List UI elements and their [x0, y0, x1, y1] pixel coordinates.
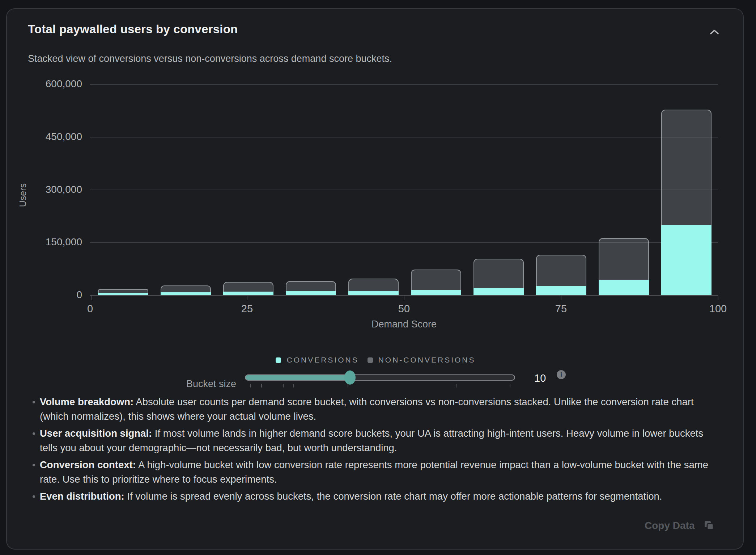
x-tick-mark: [561, 296, 561, 300]
gridline: [90, 84, 718, 85]
legend-item[interactable]: CONVERSIONS: [276, 356, 358, 364]
y-tick-label: 150,000: [21, 236, 82, 248]
insight-text: Even distribution: If volume is spread e…: [40, 489, 662, 504]
insight-text: User acquisition signal: If most volume …: [40, 426, 712, 455]
x-tick-label: 25: [225, 303, 269, 315]
x-tick-label: 50: [382, 303, 426, 315]
bullet-dot: [33, 464, 35, 466]
bar-segment-non-conversions[interactable]: [223, 282, 273, 292]
bar-segment-conversions[interactable]: [473, 288, 524, 295]
slider-tick: [293, 384, 294, 387]
x-tick-label: 75: [539, 303, 583, 315]
x-tick-label: 100: [696, 303, 740, 315]
bar-segment-conversions[interactable]: [348, 291, 399, 295]
slider-fill: [246, 375, 348, 380]
insights-list: Volume breakdown: Absolute user counts p…: [28, 395, 712, 506]
bar-segment-non-conversions[interactable]: [599, 238, 649, 280]
y-tick-label: 0: [21, 289, 82, 301]
bar-segment-non-conversions[interactable]: [411, 270, 461, 290]
bullet-dot: [33, 432, 35, 435]
bar-segment-conversions[interactable]: [286, 291, 336, 295]
bar-segment-conversions[interactable]: [98, 293, 148, 295]
chart-legend: CONVERSIONSNON-CONVERSIONS: [7, 356, 744, 364]
slider-tick: [250, 384, 251, 387]
bar-segment-non-conversions[interactable]: [536, 255, 586, 286]
stacked-bar-chart: 0150,000300,000450,000600,0000255075100U…: [7, 9, 744, 342]
insight-item: Conversion context: A high-volume bucket…: [28, 458, 712, 487]
bar-segment-non-conversions[interactable]: [98, 289, 148, 293]
bullet-dot: [33, 495, 35, 498]
chart-card: Total paywalled users by conversion Stac…: [6, 8, 744, 550]
x-tick-mark: [247, 296, 247, 300]
legend-label: NON-CONVERSIONS: [378, 356, 476, 364]
insight-text: Volume breakdown: Absolute user counts p…: [40, 395, 712, 424]
bar-segment-conversions[interactable]: [223, 292, 273, 295]
bullet-dot: [33, 401, 35, 403]
bar-segment-conversions[interactable]: [536, 286, 586, 295]
slider-tick: [348, 384, 348, 387]
y-tick-label: 600,000: [21, 78, 82, 90]
x-tick-mark: [718, 296, 718, 300]
legend-label: CONVERSIONS: [286, 356, 358, 364]
legend-item[interactable]: NON-CONVERSIONS: [368, 356, 476, 364]
bar-segment-non-conversions[interactable]: [161, 285, 211, 292]
bar-segment-conversions[interactable]: [661, 225, 712, 295]
bucket-size-value: 10: [534, 372, 556, 384]
bar-segment-conversions[interactable]: [161, 292, 211, 295]
gridline: [90, 137, 718, 137]
y-tick-label: 300,000: [21, 184, 82, 195]
y-axis-title: Users: [18, 183, 28, 207]
bar-segment-conversions[interactable]: [411, 290, 461, 295]
bar-segment-non-conversions[interactable]: [286, 281, 336, 291]
bar-segment-non-conversions[interactable]: [473, 259, 524, 288]
insight-item: Volume breakdown: Absolute user counts p…: [28, 395, 712, 424]
copy-icon: [703, 520, 714, 532]
x-axis-title: Demand Score: [332, 319, 476, 330]
x-tick-label: 0: [68, 303, 112, 315]
bar-segment-non-conversions[interactable]: [348, 279, 399, 291]
slider-tick: [510, 384, 510, 387]
slider-tick: [456, 384, 456, 387]
copy-data-button[interactable]: Copy Data: [645, 520, 714, 532]
copy-data-label: Copy Data: [645, 520, 695, 531]
insight-text: Conversion context: A high-volume bucket…: [40, 458, 712, 487]
slider-tick: [261, 384, 262, 387]
insight-item: User acquisition signal: If most volume …: [28, 426, 712, 455]
x-tick-mark: [404, 296, 404, 300]
x-tick-mark: [92, 296, 92, 300]
legend-swatch: [276, 357, 281, 363]
gridline: [90, 190, 718, 190]
bar-segment-conversions[interactable]: [599, 280, 649, 295]
y-tick-label: 450,000: [21, 131, 82, 143]
bar-segment-non-conversions[interactable]: [661, 110, 712, 225]
slider-thumb[interactable]: [344, 370, 356, 385]
legend-swatch: [368, 357, 373, 363]
slider-tick: [283, 384, 284, 387]
bucket-size-label: Bucket size: [145, 378, 236, 390]
info-icon[interactable]: i: [557, 370, 566, 379]
insight-item: Even distribution: If volume is spread e…: [28, 489, 712, 504]
bucket-size-slider[interactable]: [245, 374, 515, 381]
